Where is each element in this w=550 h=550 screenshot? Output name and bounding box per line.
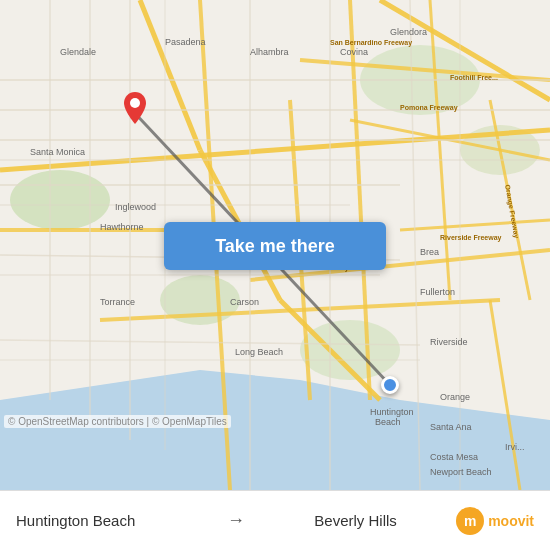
svg-text:Riverside Freeway: Riverside Freeway: [440, 234, 502, 242]
moovit-logo-text: moovit: [488, 513, 534, 529]
svg-text:Beach: Beach: [375, 417, 401, 427]
map-container: Santa Monica Inglewood Hawthorne Torranc…: [0, 0, 550, 490]
route-arrow: →: [227, 510, 245, 531]
svg-text:Carson: Carson: [230, 297, 259, 307]
svg-text:Riverside: Riverside: [430, 337, 468, 347]
svg-point-73: [130, 98, 140, 108]
svg-point-3: [10, 170, 110, 230]
svg-text:Glendora: Glendora: [390, 27, 427, 37]
svg-text:Santa Monica: Santa Monica: [30, 147, 85, 157]
svg-text:Long Beach: Long Beach: [235, 347, 283, 357]
svg-text:Covina: Covina: [340, 47, 368, 57]
svg-text:Orange: Orange: [440, 392, 470, 402]
svg-text:Torrance: Torrance: [100, 297, 135, 307]
destination-marker: [124, 92, 146, 128]
svg-text:Huntington: Huntington: [370, 407, 414, 417]
moovit-logo-icon: m: [456, 507, 484, 535]
take-me-there-button[interactable]: Take me there: [164, 222, 386, 270]
map-attribution: © OpenStreetMap contributors | © OpenMap…: [4, 415, 231, 428]
svg-text:Alhambra: Alhambra: [250, 47, 289, 57]
destination-label: Beverly Hills: [255, 512, 456, 529]
svg-text:Foothill Free...: Foothill Free...: [450, 74, 498, 81]
svg-text:Inglewood: Inglewood: [115, 202, 156, 212]
svg-text:Glendale: Glendale: [60, 47, 96, 57]
svg-text:Hawthorne: Hawthorne: [100, 222, 144, 232]
svg-text:Costa Mesa: Costa Mesa: [430, 452, 478, 462]
origin-marker: [381, 376, 399, 394]
moovit-logo: m moovit: [456, 507, 534, 535]
svg-text:Irvi...: Irvi...: [505, 442, 525, 452]
svg-text:San Bernardino Freeway: San Bernardino Freeway: [330, 39, 412, 47]
origin-label: Huntington Beach: [16, 512, 217, 529]
svg-text:Pomona Freeway: Pomona Freeway: [400, 104, 458, 112]
svg-text:Brea: Brea: [420, 247, 439, 257]
footer: Huntington Beach → Beverly Hills m moovi…: [0, 490, 550, 550]
svg-text:Newport Beach: Newport Beach: [430, 467, 492, 477]
svg-text:Santa Ana: Santa Ana: [430, 422, 472, 432]
svg-text:Fullerton: Fullerton: [420, 287, 455, 297]
svg-text:Pasadena: Pasadena: [165, 37, 206, 47]
